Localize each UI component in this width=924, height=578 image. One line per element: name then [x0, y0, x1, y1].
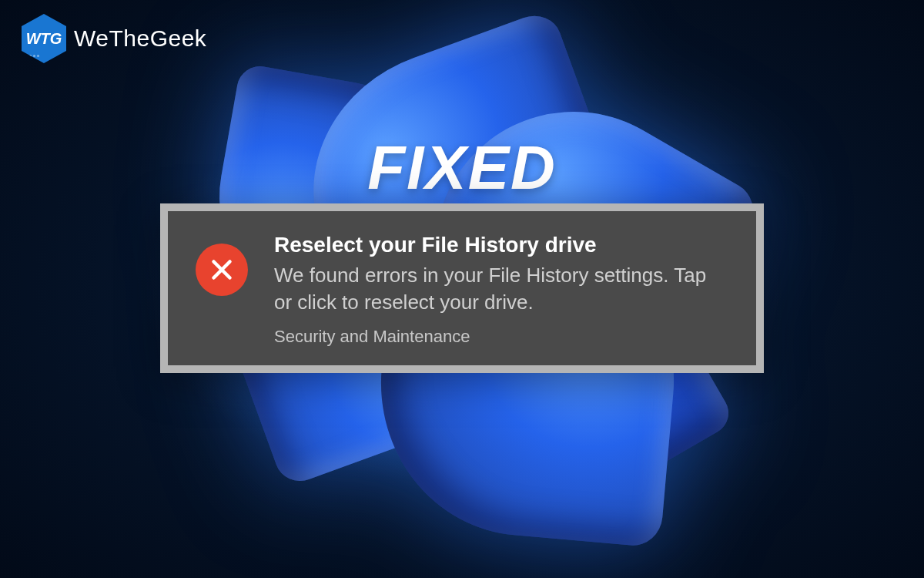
- notification-body: We found errors in your File History set…: [274, 262, 728, 316]
- error-cross-icon: [196, 244, 248, 296]
- logo-badge: WTG: [22, 14, 66, 63]
- notification-toast[interactable]: Reselect your File History drive We foun…: [160, 203, 764, 373]
- error-icon-container: [196, 244, 248, 296]
- brand-logo: WTG WeTheGeek: [22, 14, 206, 63]
- logo-brand-name: WeTheGeek: [74, 25, 206, 52]
- notification-title: Reselect your File History drive: [274, 233, 728, 257]
- notification-content: Reselect your File History drive We foun…: [274, 233, 728, 347]
- notification-source: Security and Maintenance: [274, 327, 728, 347]
- headline-text: FIXED: [367, 133, 557, 203]
- notification-toast-wrapper: Reselect your File History drive We foun…: [160, 203, 764, 373]
- logo-badge-text: WTG: [26, 30, 62, 48]
